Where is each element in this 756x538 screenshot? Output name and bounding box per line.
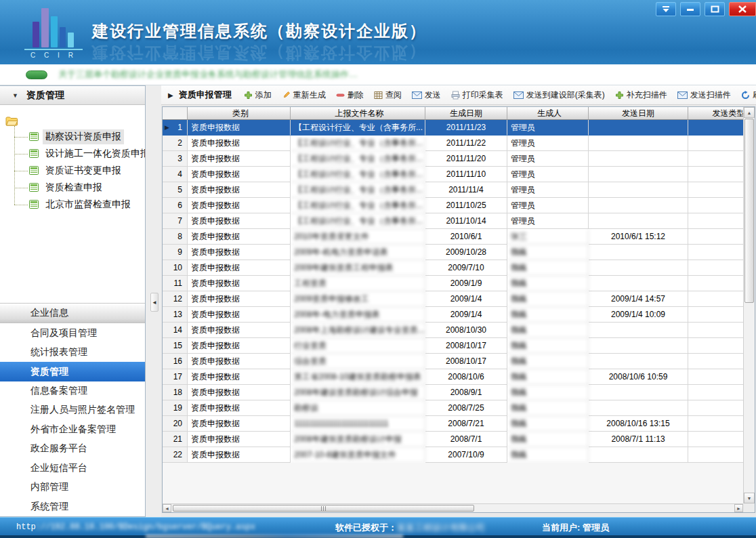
- send-date-cell: [589, 354, 688, 369]
- table-row[interactable]: 15资质申报数据行业资质2008/10/17魏巍: [163, 338, 743, 354]
- toolbar-button-regenerate[interactable]: 重新生成: [282, 89, 326, 101]
- table-row[interactable]: 14资质申报数据2008年上海勘察设计建设专业资质...2008/10/30魏巍: [163, 323, 743, 338]
- column-header-1[interactable]: 类别: [188, 107, 291, 119]
- vertical-scrollbar[interactable]: ▲ ▼: [743, 107, 755, 503]
- table-row[interactable]: 4资质申报数据【工程设计行业、专业（含事务所...2011/11/10管理员: [163, 167, 743, 182]
- toolbar-button-add-scan[interactable]: 补充扫描件: [615, 89, 667, 101]
- horizontal-scroll-thumb[interactable]: [173, 505, 474, 512]
- scroll-right-arrow-icon[interactable]: ►: [734, 504, 743, 512]
- toolbar-button-add[interactable]: 添加: [244, 89, 272, 101]
- sidebar-item-10[interactable]: 内部管理: [0, 478, 145, 497]
- gen-date-cell: 2009/1/9: [425, 276, 507, 291]
- file-name-cell: 【工程设计行业、专业（含事务所...: [291, 120, 425, 136]
- table-row[interactable]: 21资质申报数据2008年建筑资质勘察设计申报2008/7/1魏巍2008/7/…: [163, 432, 743, 447]
- sidebar-item-2[interactable]: 合同及项目管理: [0, 323, 145, 342]
- tree-header[interactable]: ▼ 资质管理: [0, 86, 145, 105]
- sidebar-item-11[interactable]: 系统管理: [0, 497, 145, 516]
- toolbar-button-view[interactable]: 查阅: [374, 89, 402, 101]
- toolbar-button-print-form[interactable]: 打印采集表: [451, 89, 503, 101]
- form-icon: [29, 132, 39, 141]
- sidebar-item-6[interactable]: 注册人员与照片签名管理: [0, 400, 145, 419]
- person-cell: 管理员: [507, 182, 589, 198]
- category-cell: 资质申报数据: [188, 400, 291, 416]
- notice-text[interactable]: 关于三层单个勘察设计企业资质申报业务系统与勘察设计管理信息系统操作…: [58, 68, 358, 81]
- tree-item-2[interactable]: 设计施工一体化资质申报: [29, 145, 145, 162]
- category-cell: 资质申报数据: [188, 338, 291, 354]
- category-cell: 资质申报数据: [188, 369, 291, 385]
- sidebar-item-4[interactable]: 资质管理: [0, 362, 145, 381]
- toolbar-button-delete[interactable]: 删除: [336, 89, 364, 101]
- column-header-0[interactable]: [163, 107, 188, 119]
- sidebar-item-5[interactable]: 信息备案管理: [0, 381, 145, 400]
- tree: 勘察设计资质申报设计施工一体化资质申报资质证书变更申报资质检查申报北京市监督检查…: [0, 105, 145, 303]
- send-type-cell: [688, 182, 743, 198]
- column-header-3[interactable]: 生成日期: [425, 107, 507, 119]
- scroll-up-arrow-icon[interactable]: ▲: [744, 107, 755, 118]
- table-row[interactable]: 13资质申报数据2008年-电力资质申报表2009/1/4魏巍2009/1/4 …: [163, 307, 743, 323]
- table-row[interactable]: 11资质申报数据工程资质2009/1/9魏巍: [163, 276, 743, 291]
- sidebar-item-3[interactable]: 统计报表管理: [0, 343, 145, 362]
- column-header-5[interactable]: 发送日期: [589, 107, 688, 119]
- toolbar-button-refresh[interactable]: 刷新: [741, 89, 756, 101]
- file-name-cell: 勘察设: [291, 400, 425, 416]
- chevron-down-icon: ▼: [12, 92, 18, 99]
- table-row[interactable]: 16资质申报数据综合资质2008/10/17魏巍: [163, 354, 743, 369]
- sidebar-collapse-button[interactable]: ◄: [150, 293, 159, 312]
- scroll-left-arrow-icon[interactable]: ◄: [163, 504, 171, 512]
- toolbar-button-send[interactable]: 发送: [412, 89, 441, 101]
- category-cell: 资质申报数据: [188, 151, 291, 167]
- tree-item-5[interactable]: 北京市监督检查申报: [29, 196, 145, 213]
- send-type-cell: [688, 307, 743, 323]
- send-date-cell: [589, 136, 688, 151]
- table-row[interactable]: ▶1资质申报数据【工程设计行业、专业（含事务所...2011/11/23管理员: [163, 120, 743, 136]
- gen-date-cell: 2008/10/17: [425, 354, 507, 369]
- table-row[interactable]: 22资质申报数据2007-10-8建筑资质申报文件2007/10/9魏巍: [163, 447, 743, 463]
- toolbar-button-send-scan[interactable]: 发送扫描件: [677, 89, 731, 101]
- sidebar-item-7[interactable]: 外省市企业备案管理: [0, 420, 145, 439]
- person-cell: 魏巍: [507, 338, 589, 354]
- column-header-6[interactable]: 发送类型: [688, 107, 743, 119]
- close-button[interactable]: [729, 2, 756, 16]
- table-row[interactable]: 10资质申报数据2009年建筑资质工程申报表2009/7/10魏巍: [163, 260, 743, 276]
- sidebar-item-8[interactable]: 政企服务平台: [0, 439, 145, 458]
- send-type-cell: [688, 276, 743, 291]
- table-row[interactable]: 9资质申报数据2009年-机电力资质申请表2009/10/28魏巍: [163, 245, 743, 260]
- row-number-cell: 5: [163, 182, 188, 198]
- file-name-cell: 2010年资质变更文件: [291, 229, 425, 245]
- form-icon: [29, 149, 39, 158]
- horizontal-scrollbar[interactable]: ◄ ►: [163, 503, 743, 512]
- column-header-4[interactable]: 生成人: [507, 107, 589, 119]
- table-row[interactable]: 7资质申报数据【工程设计行业、专业（含事务所...2011/10/14管理员: [163, 213, 743, 229]
- gen-date-cell: 2011/11/20: [425, 151, 507, 167]
- table-row[interactable]: 8资质申报数据2010年资质变更文件2010/6/1张三2010/6/1 15:…: [163, 229, 743, 245]
- table-row[interactable]: 2资质申报数据【工程设计行业、专业（含事务所...2011/11/22管理员: [163, 136, 743, 151]
- tree-item-3[interactable]: 资质证书变更申报: [29, 162, 145, 179]
- vertical-scroll-thumb[interactable]: [744, 119, 754, 303]
- table-row[interactable]: 5资质申报数据【工程设计行业、专业（含事务所...2011/11/4管理员: [163, 182, 743, 198]
- tree-root[interactable]: [5, 113, 145, 128]
- table-row[interactable]: 6资质申报数据【工程设计行业、专业（含事务所...2011/10/25管理员: [163, 198, 743, 213]
- sidebar-item-1[interactable]: 企业信息: [0, 304, 145, 323]
- sidebar-item-9[interactable]: 企业短信平台: [0, 459, 145, 478]
- tree-item-1[interactable]: 勘察设计资质申报: [29, 128, 145, 145]
- table-row[interactable]: 18资质申报数据2008年建设资质勘察设计综合申报2008/9/1魏巍: [163, 385, 743, 400]
- app-title-reflection: 建设行业管理信息系统（勘察设计企业版）: [92, 42, 427, 64]
- send-type-cell: [688, 136, 743, 151]
- table-row[interactable]: 19资质申报数据勘察设2008/7/25魏巍: [163, 400, 743, 416]
- minimize-button[interactable]: [680, 2, 700, 16]
- table-row[interactable]: 12资质申报数据2009资质申报修改工2009/1/4魏巍2009/1/4 14…: [163, 291, 743, 307]
- table-row[interactable]: 3资质申报数据【工程设计行业、专业（含事务所...2011/11/20管理员: [163, 151, 743, 167]
- collapse-window-button[interactable]: [656, 2, 676, 16]
- send-date-cell: [589, 260, 688, 276]
- scroll-down-arrow-icon[interactable]: ▼: [744, 493, 755, 503]
- toolbar-button-send-ministry[interactable]: 发送到建设部(采集表): [513, 89, 605, 101]
- table-row[interactable]: 20资质申报数据1111111111111111111111112008/7/2…: [163, 416, 743, 432]
- column-header-2[interactable]: 上报文件名称: [291, 107, 425, 119]
- tree-item-4[interactable]: 资质检查申报: [29, 179, 145, 196]
- refresh-icon: [741, 91, 750, 100]
- maximize-button[interactable]: [705, 2, 725, 16]
- sidebar: ▼ 资质管理 勘察设计资质申报设计施工一体化资质申报资质证书变更申报资质检查申报…: [0, 85, 146, 517]
- category-cell: 资质申报数据: [188, 307, 291, 323]
- table-row[interactable]: 17资质申报数据第工省2008-10建筑资质勘察申报表2008/10/6魏巍20…: [163, 369, 743, 385]
- caret-right-icon: ▶: [168, 91, 173, 99]
